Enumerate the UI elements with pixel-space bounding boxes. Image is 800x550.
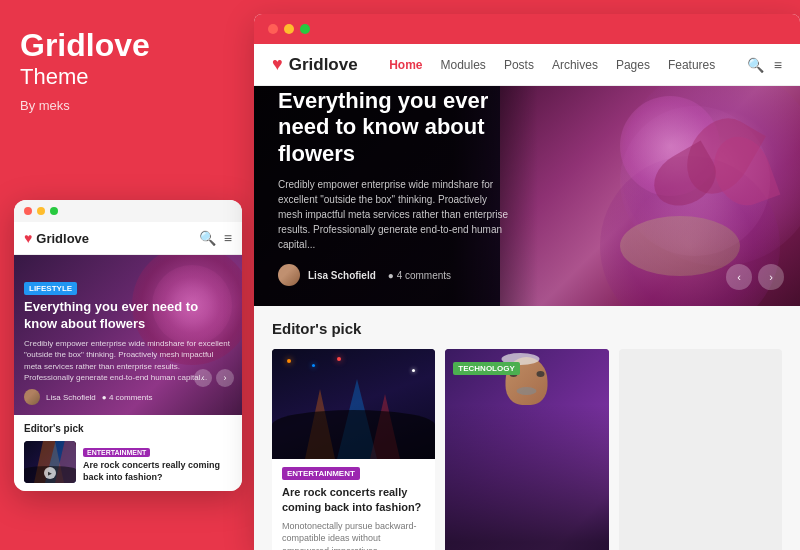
mobile-tl-yellow[interactable] bbox=[37, 207, 45, 215]
editors-pick-section: Editor's pick ENTERT bbox=[254, 306, 800, 550]
hero-meta: Lisa Schofield ● 4 comments bbox=[278, 264, 514, 286]
mobile-mockup: ♥ Gridlove 🔍 ≡ LIFESTYLE Everything you … bbox=[14, 200, 242, 491]
mobile-hero-tag: LIFESTYLE bbox=[24, 282, 77, 295]
mobile-card-title: Are rock concerts really coming back int… bbox=[83, 460, 232, 483]
mobile-hero-arrows: ‹ › bbox=[194, 369, 234, 387]
mobile-next-arrow[interactable]: › bbox=[216, 369, 234, 387]
mobile-card: ▶ ENTERTAINMENT Are rock concerts really… bbox=[24, 441, 232, 483]
mobile-search-icon[interactable]: 🔍 bbox=[199, 230, 216, 246]
mobile-menu-icon[interactable]: ≡ bbox=[224, 230, 232, 246]
browser-nav-modules[interactable]: Modules bbox=[441, 58, 486, 72]
mobile-logo-text: Gridlove bbox=[36, 231, 89, 246]
mobile-hero: LIFESTYLE Everything you ever need to kn… bbox=[14, 255, 242, 415]
browser-nav-features[interactable]: Features bbox=[668, 58, 715, 72]
mobile-card-info: ENTERTAINMENT Are rock concerts really c… bbox=[83, 441, 232, 483]
browser-hero: LIFESTYLE Everything you ever need to kn… bbox=[254, 86, 800, 306]
browser-nav-pages[interactable]: Pages bbox=[616, 58, 650, 72]
card-1: ENTERTAINMENT Are rock concerts really c… bbox=[272, 349, 435, 550]
mobile-hero-meta: Lisa Schofield ● 4 comments bbox=[24, 389, 232, 405]
hero-comments: ● 4 comments bbox=[388, 270, 451, 281]
card-1-tags: ENTERTAINMENT bbox=[282, 467, 425, 480]
brand-by: By meks bbox=[20, 98, 225, 113]
hero-next-arrow[interactable]: › bbox=[758, 264, 784, 290]
left-panel: Gridlove Theme By meks ♥ Gridlove 🔍 ≡ bbox=[0, 0, 245, 550]
mobile-traffic-lights bbox=[14, 200, 242, 222]
hero-author-avatar bbox=[278, 264, 300, 286]
mobile-nav-icons: 🔍 ≡ bbox=[199, 230, 232, 246]
card-2-tag-technology: TECHNOLOGY bbox=[453, 362, 519, 375]
hero-title: Everything you ever need to know about f… bbox=[278, 88, 514, 167]
card-2: TECHNOLOGY The world needs true geniuses… bbox=[445, 349, 608, 550]
hero-left-content: LIFESTYLE Everything you ever need to kn… bbox=[254, 86, 538, 306]
card-1-content: ENTERTAINMENT Are rock concerts really c… bbox=[272, 459, 435, 550]
browser-nav-links: Home Modules Posts Archives Pages Featur… bbox=[389, 58, 715, 72]
mobile-tl-red[interactable] bbox=[24, 207, 32, 215]
brand-subtitle: Theme bbox=[20, 63, 225, 92]
browser-logo-area: ♥ Gridlove bbox=[272, 54, 358, 75]
mobile-hero-comments: ● 4 comments bbox=[102, 393, 153, 402]
mobile-logo-heart-icon: ♥ bbox=[24, 230, 32, 246]
browser-nav-archives[interactable]: Archives bbox=[552, 58, 598, 72]
browser-tl-yellow[interactable] bbox=[284, 24, 294, 34]
mobile-hero-author: Lisa Schofield bbox=[46, 393, 96, 402]
card-1-excerpt: Monotonectally pursue backward-compatibl… bbox=[282, 520, 425, 550]
browser-traffic-lights bbox=[254, 14, 800, 44]
card-1-thumb bbox=[272, 349, 435, 459]
hero-arrows: ‹ › bbox=[726, 264, 784, 290]
hero-excerpt: Credibly empower enterprise wide mindsha… bbox=[278, 177, 514, 252]
hero-author: Lisa Schofield bbox=[308, 270, 376, 281]
browser-navbar: ♥ Gridlove Home Modules Posts Archives P… bbox=[254, 44, 800, 86]
mobile-card-thumb: ▶ bbox=[24, 441, 76, 483]
mobile-navbar: ♥ Gridlove 🔍 ≡ bbox=[14, 222, 242, 255]
mobile-editors-pick-heading: Editor's pick bbox=[24, 423, 232, 434]
card-1-tag-entertainment: ENTERTAINMENT bbox=[282, 467, 360, 480]
hero-prev-arrow[interactable]: ‹ bbox=[726, 264, 752, 290]
browser-tl-green[interactable] bbox=[300, 24, 310, 34]
mobile-card-tag: ENTERTAINMENT bbox=[83, 448, 150, 457]
browser-logo-text: Gridlove bbox=[289, 55, 358, 75]
browser-nav-posts[interactable]: Posts bbox=[504, 58, 534, 72]
mobile-author-avatar bbox=[24, 389, 40, 405]
browser-search-icon[interactable]: 🔍 bbox=[747, 57, 764, 73]
brand-title: Gridlove bbox=[20, 28, 225, 63]
mobile-prev-arrow[interactable]: ‹ bbox=[194, 369, 212, 387]
mobile-logo-area: ♥ Gridlove bbox=[24, 230, 89, 246]
editors-pick-heading: Editor's pick bbox=[272, 320, 782, 337]
mobile-hero-content: LIFESTYLE Everything you ever need to kn… bbox=[14, 269, 242, 415]
card-3 bbox=[619, 349, 782, 550]
browser-mockup: ♥ Gridlove Home Modules Posts Archives P… bbox=[254, 14, 800, 550]
cards-grid: ENTERTAINMENT Are rock concerts really c… bbox=[272, 349, 782, 550]
mobile-tl-green[interactable] bbox=[50, 207, 58, 215]
browser-tl-red[interactable] bbox=[268, 24, 278, 34]
card-1-title: Are rock concerts really coming back int… bbox=[282, 485, 425, 515]
mobile-hero-title: Everything you ever need to know about f… bbox=[24, 299, 232, 333]
browser-nav-icons: 🔍 ≡ bbox=[747, 57, 782, 73]
browser-menu-icon[interactable]: ≡ bbox=[774, 57, 782, 73]
mobile-editors-pick: Editor's pick ▶ ENTERTAINMENT Are rock c… bbox=[14, 415, 242, 491]
card-2-thumb: TECHNOLOGY The world needs true geniuses… bbox=[445, 349, 608, 550]
browser-logo-heart-icon: ♥ bbox=[272, 54, 283, 75]
browser-nav-home[interactable]: Home bbox=[389, 58, 422, 72]
